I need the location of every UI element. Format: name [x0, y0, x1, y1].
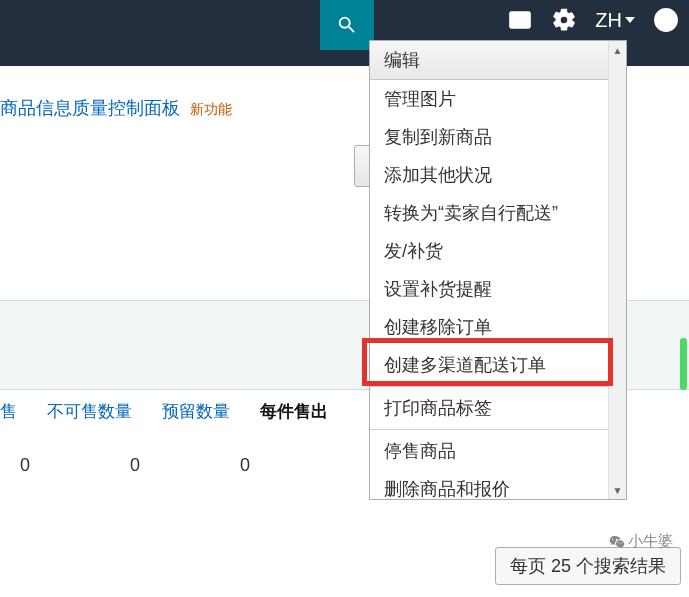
dropdown-divider: [370, 386, 626, 387]
language-label: ZH: [595, 9, 622, 32]
dropdown-item-remove-order[interactable]: 创建移除订单: [370, 308, 626, 346]
col-unsellable[interactable]: 不可售数量: [47, 400, 132, 423]
pagination-select[interactable]: 每页 25 个搜索结果: [495, 547, 681, 585]
dropdown-item-multichannel[interactable]: 创建多渠道配送订单: [370, 346, 626, 384]
dropdown-item-print-label[interactable]: 打印商品标签: [370, 389, 626, 427]
table-columns: 售 不可售数量 预留数量 每件售出: [0, 400, 328, 423]
cell-v3: 0: [240, 455, 250, 476]
search-button[interactable]: [320, 0, 374, 50]
dropdown-item-delete[interactable]: 删除商品和报价: [370, 470, 626, 499]
watermark-text: 小牛婆: [628, 532, 673, 551]
mail-icon[interactable]: [507, 7, 533, 33]
new-badge: 新功能: [190, 101, 232, 119]
col-sale[interactable]: 售: [0, 400, 17, 423]
scroll-up-icon[interactable]: ▲: [609, 41, 626, 59]
dropdown-item-convert-fbm[interactable]: 转换为“卖家自行配送”: [370, 194, 626, 232]
dropdown-item-stop-sale[interactable]: 停售商品: [370, 432, 626, 470]
dropdown-item-replenish[interactable]: 发/补货: [370, 232, 626, 270]
cell-v1: 0: [20, 455, 30, 476]
search-icon: [336, 14, 358, 36]
dropdown-scrollbar[interactable]: ▲ ▼: [608, 41, 626, 499]
cell-v2: 0: [130, 455, 140, 476]
language-selector[interactable]: ZH: [595, 9, 635, 32]
scroll-track[interactable]: [609, 59, 626, 481]
col-reserved[interactable]: 预留数量: [162, 400, 230, 423]
dropdown-item-edit[interactable]: 编辑: [370, 41, 626, 80]
pagination-label: 每页 25 个搜索结果: [510, 556, 666, 576]
help-icon[interactable]: [653, 7, 679, 33]
dropdown-item-images[interactable]: 管理图片: [370, 80, 626, 118]
table-row: 0 0 0: [0, 455, 250, 476]
scroll-down-icon[interactable]: ▼: [609, 481, 626, 499]
dropdown-item-copy[interactable]: 复制到新商品: [370, 118, 626, 156]
dropdown-divider: [370, 429, 626, 430]
panel-title-text: 商品信息质量控制面板: [0, 96, 180, 120]
gear-icon[interactable]: [551, 7, 577, 33]
dropdown-item-add-condition[interactable]: 添加其他状况: [370, 156, 626, 194]
watermark: 小牛婆: [608, 532, 673, 551]
panel-title[interactable]: 商品信息质量控制面板 新功能: [0, 96, 232, 120]
col-per-sale: 每件售出: [260, 400, 328, 423]
page-scrollbar-thumb[interactable]: [680, 338, 687, 390]
context-dropdown: 编辑 管理图片 复制到新商品 添加其他状况 转换为“卖家自行配送” 发/补货 设…: [369, 40, 627, 500]
chevron-down-icon: [625, 17, 635, 23]
wechat-icon: [608, 534, 626, 550]
dropdown-item-set-alert[interactable]: 设置补货提醒: [370, 270, 626, 308]
svg-point-2: [665, 24, 667, 26]
